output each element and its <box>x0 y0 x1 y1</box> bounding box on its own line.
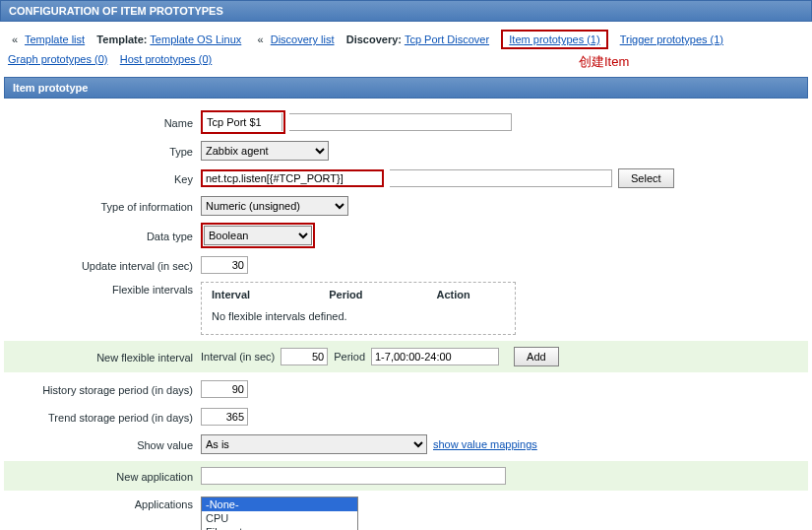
newapp-label: New application <box>4 469 201 483</box>
breadcrumb-row2: Graph prototypes (0) Host prototypes (0) <box>0 53 812 73</box>
trend-input[interactable] <box>201 408 248 426</box>
flex-hdr-period: Period <box>329 289 436 300</box>
add-button[interactable]: Add <box>514 347 559 366</box>
key-input-ext[interactable] <box>390 169 612 187</box>
datatype-highlight: Boolean <box>201 223 315 248</box>
name-highlight <box>201 110 285 134</box>
flexible-intervals-panel: Interval Period Action No flexible inter… <box>201 282 516 335</box>
applications-listbox[interactable]: -None- CPU Filesystems General Memory Ne… <box>201 497 358 530</box>
section-title: Item prototype <box>4 77 808 99</box>
applications-label: Applications <box>4 497 201 510</box>
item-prototypes-link[interactable]: Item prototypes (1) <box>509 33 599 45</box>
graph-prototypes-link[interactable]: Graph prototypes (0) <box>8 53 108 65</box>
history-input[interactable] <box>201 380 248 398</box>
discovery-list-link[interactable]: Discovery list <box>271 33 335 45</box>
list-item[interactable]: CPU <box>202 511 357 525</box>
showvalue-select[interactable]: As is <box>201 434 427 454</box>
newapp-input[interactable] <box>201 467 506 485</box>
new-flex-period-label: Period <box>334 351 365 363</box>
name-input-part[interactable] <box>204 113 282 131</box>
new-flex-int-label: Interval (in sec) <box>201 351 275 363</box>
update-interval-label: Update interval (in sec) <box>4 258 201 272</box>
delim: « <box>12 33 18 45</box>
delim: « <box>258 33 264 45</box>
template-link[interactable]: Template OS Linux <box>150 33 241 45</box>
discovery-link[interactable]: Tcp Port Discover <box>405 33 489 45</box>
trend-label: Trend storage period (in days) <box>4 410 201 424</box>
new-flex-label: New flexible interval <box>4 350 201 364</box>
show-value-mappings-link[interactable]: show value mappings <box>433 438 537 450</box>
discovery-label: Discovery: <box>346 33 402 45</box>
type-label: Type <box>4 144 201 158</box>
new-flex-period-input[interactable] <box>371 348 499 365</box>
key-input[interactable] <box>201 169 384 187</box>
flex-hdr-interval: Interval <box>212 289 329 300</box>
toi-label: Type of information <box>4 199 201 213</box>
history-label: History storage period (in days) <box>4 382 201 396</box>
list-item[interactable]: Filesystems <box>202 525 357 530</box>
showvalue-label: Show value <box>4 437 201 451</box>
key-label: Key <box>4 171 201 185</box>
item-prototypes-tab[interactable]: Item prototypes (1) <box>501 30 607 49</box>
flex-empty-text: No flexible intervals defined. <box>212 310 505 322</box>
new-flex-int-input[interactable] <box>281 348 328 365</box>
template-label: Template: <box>96 33 147 45</box>
toi-select[interactable]: Numeric (unsigned) <box>201 196 348 216</box>
datatype-select[interactable]: Boolean <box>204 226 312 245</box>
host-prototypes-link[interactable]: Host prototypes (0) <box>120 53 213 65</box>
select-button[interactable]: Select <box>618 168 674 188</box>
flexible-intervals-label: Flexible intervals <box>4 282 201 296</box>
name-input[interactable] <box>289 113 512 131</box>
flex-hdr-action: Action <box>436 289 505 300</box>
trigger-prototypes-link[interactable]: Trigger prototypes (1) <box>620 33 723 45</box>
template-list-link[interactable]: Template list <box>25 33 85 45</box>
breadcrumb: « Template list Template: Template OS Li… <box>0 22 812 53</box>
item-prototype-form: Name Type Zabbix agent Key Select Type o… <box>4 102 808 530</box>
page-header: CONFIGURATION OF ITEM PROTOTYPES <box>0 0 812 22</box>
datatype-label: Data type <box>4 229 201 242</box>
name-label: Name <box>4 115 201 129</box>
list-item[interactable]: -None- <box>202 497 357 511</box>
update-interval-input[interactable] <box>201 256 248 274</box>
annotation: 创建Item <box>579 53 629 71</box>
type-select[interactable]: Zabbix agent <box>201 141 329 161</box>
